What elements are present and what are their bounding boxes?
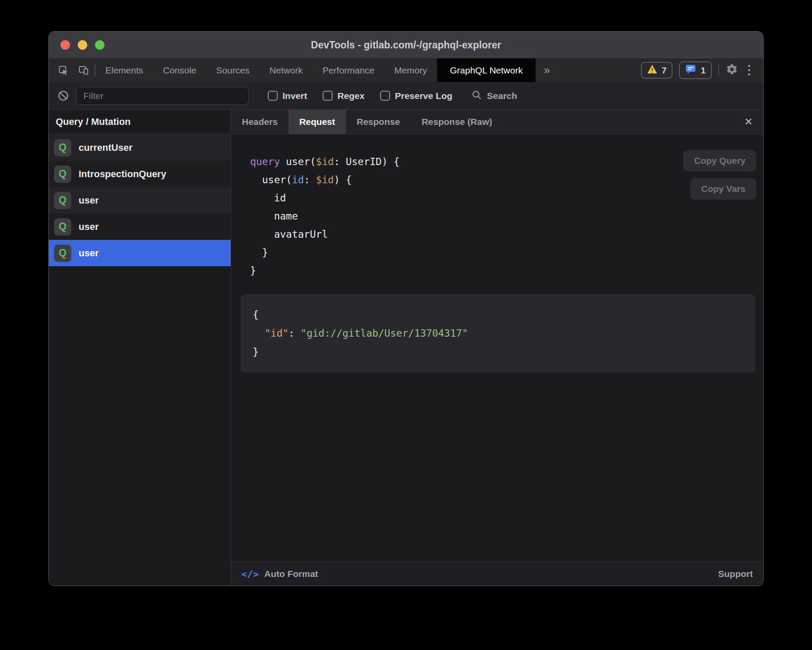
menu-kebab-icon[interactable]	[745, 65, 754, 76]
query-type-badge: Q	[54, 166, 71, 183]
code-line: "id": "gid://gitlab/User/13704317"	[253, 324, 743, 343]
query-name-label: user	[79, 248, 98, 259]
panel-tab-headers[interactable]: Headers	[231, 110, 289, 134]
query-sidebar: Query / Mutation QcurrentUserQIntrospect…	[49, 110, 231, 586]
tab-graphql-network[interactable]: GraphQL Network	[437, 58, 536, 82]
checkbox-group-regex[interactable]: Regex	[323, 91, 365, 101]
auto-format-control[interactable]: </> Auto Format	[241, 569, 318, 580]
panel-tab-response[interactable]: Response	[346, 110, 411, 134]
filter-input[interactable]	[76, 87, 249, 105]
titlebar: DevTools - gitlab.com/-/graphql-explorer	[49, 32, 763, 58]
tab-elements[interactable]: Elements	[95, 58, 153, 82]
copy-vars-button[interactable]: Copy Vars	[690, 178, 756, 200]
sidebar-header: Query / Mutation	[49, 110, 231, 134]
query-name-label: user	[79, 221, 98, 233]
devtools-tabs: ElementsConsoleSourcesNetworkPerformance…	[95, 58, 536, 82]
panel-tabbar: HeadersRequestResponseResponse (Raw) ✕	[231, 110, 763, 134]
issues-badge[interactable]: 1	[679, 61, 712, 79]
warnings-badge[interactable]: 7	[641, 62, 673, 79]
query-name-label: user	[79, 195, 98, 206]
issue-message-icon	[685, 64, 696, 76]
code-line: name	[250, 207, 763, 225]
request-panel: query user($id: UserID) { user(id: $id) …	[231, 134, 763, 562]
tab-performance[interactable]: Performance	[313, 58, 384, 82]
auto-format-label: Auto Format	[264, 569, 318, 579]
tab-network[interactable]: Network	[260, 58, 313, 82]
tabbar-right-separator	[718, 64, 719, 76]
tab-console[interactable]: Console	[153, 58, 206, 82]
panel-footer: </> Auto Format Support	[231, 562, 763, 586]
more-tabs-icon[interactable]: »	[536, 58, 558, 82]
query-variables-box: { "id": "gid://gitlab/User/13704317"}	[241, 294, 755, 373]
devtools-tabbar: ElementsConsoleSourcesNetworkPerformance…	[49, 58, 763, 82]
code-line: }	[250, 243, 763, 261]
query-type-badge: Q	[54, 245, 71, 262]
warning-icon	[647, 64, 657, 76]
preserve-log-checkbox[interactable]	[380, 91, 390, 101]
sidebar-item-user-3[interactable]: Quser	[49, 213, 231, 240]
warning-count: 7	[662, 65, 667, 76]
sidebar-item-currentuser-0[interactable]: QcurrentUser	[49, 134, 231, 161]
regex-checkbox[interactable]	[323, 91, 333, 101]
close-panel-icon[interactable]: ✕	[744, 110, 753, 134]
filterbar: InvertRegexPreserve Log Search	[49, 82, 763, 110]
sidebar-item-introspectionquery-1[interactable]: QIntrospectionQuery	[49, 161, 231, 187]
tab-sources[interactable]: Sources	[206, 58, 260, 82]
device-toolbar-icon[interactable]	[78, 64, 89, 76]
window-title: DevTools - gitlab.com/-/graphql-explorer	[49, 39, 763, 51]
query-type-badge: Q	[54, 218, 71, 236]
query-name-label: IntrospectionQuery	[79, 169, 166, 180]
code-line: avatarUrl	[250, 225, 763, 243]
inspect-element-icon[interactable]	[57, 64, 69, 76]
clear-block-icon[interactable]	[57, 90, 69, 102]
panel-tab-request[interactable]: Request	[289, 110, 346, 134]
checkbox-group-invert[interactable]: Invert	[268, 91, 307, 101]
invert-checkbox[interactable]	[268, 91, 278, 101]
regex-label: Regex	[337, 91, 365, 101]
panel-tab-response-raw[interactable]: Response (Raw)	[411, 110, 503, 134]
code-line: }	[250, 261, 763, 280]
code-line: }	[253, 343, 743, 361]
search-icon	[471, 89, 482, 102]
issue-count: 1	[701, 65, 706, 76]
settings-gear-icon[interactable]	[726, 63, 738, 77]
code-line: {	[253, 306, 743, 324]
support-link[interactable]: Support	[718, 569, 753, 579]
search-control[interactable]: Search	[471, 89, 517, 102]
sidebar-item-user-2[interactable]: Quser	[49, 187, 231, 213]
tab-memory[interactable]: Memory	[384, 58, 437, 82]
sidebar-item-user-4[interactable]: Quser	[49, 240, 231, 266]
devtools-window: DevTools - gitlab.com/-/graphql-explorer…	[48, 31, 764, 586]
preserve-log-label: Preserve Log	[395, 91, 452, 101]
search-label: Search	[487, 91, 517, 101]
code-format-icon: </>	[241, 569, 259, 580]
query-list: QcurrentUserQIntrospectionQueryQuserQuse…	[49, 134, 231, 266]
query-type-badge: Q	[54, 139, 71, 156]
query-name-label: currentUser	[79, 142, 133, 153]
query-type-badge: Q	[54, 192, 71, 209]
copy-query-button[interactable]: Copy Query	[683, 150, 756, 172]
invert-label: Invert	[282, 91, 307, 101]
checkbox-group-preserve-log[interactable]: Preserve Log	[380, 91, 452, 101]
